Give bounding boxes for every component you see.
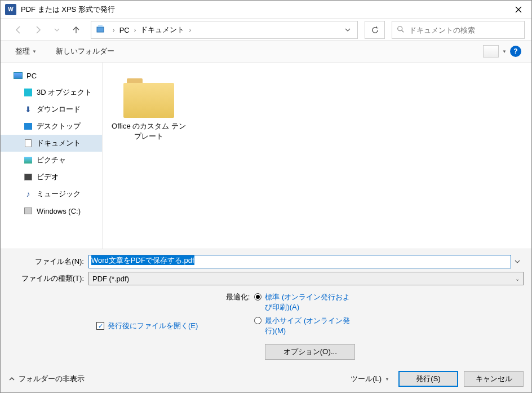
tree-label: ビデオ [37, 172, 59, 182]
tree-label: ピクチャ [37, 155, 66, 165]
search-input[interactable] [409, 26, 520, 34]
tree-label: 3D オブジェクト [37, 87, 92, 98]
breadcrumb-sep: › [109, 27, 118, 33]
filename-input[interactable]: Word文章をPDFで保存する.pdf [88, 255, 511, 268]
tools-menu[interactable]: ツール(L) ▼ [347, 372, 393, 386]
title-bar: W PDF または XPS 形式で発行 [1, 1, 531, 19]
radio-icon [254, 293, 261, 301]
refresh-button[interactable] [365, 21, 385, 39]
tools-label: ツール(L) [351, 374, 382, 384]
tree-item-desktop[interactable]: デスクトップ [1, 118, 102, 135]
optimize-minimum-radio[interactable]: 最小サイズ (オンライン発行)(M) [254, 316, 356, 336]
dialog-title: PDF または XPS 形式で発行 [21, 5, 506, 15]
folder-icon [123, 78, 174, 118]
dropdown-icon: ▼ [502, 49, 507, 54]
history-dropdown[interactable] [49, 22, 65, 38]
save-form: ファイル名(N): Word文章をPDFで保存する.pdf ファイルの種類(T)… [1, 249, 531, 365]
tree-item-music[interactable]: ♪ミュージック [1, 186, 102, 202]
close-icon [515, 6, 522, 13]
tree-item-pc[interactable]: PC [1, 67, 102, 84]
tree-item-cdrive[interactable]: Windows (C:) [1, 202, 102, 219]
refresh-icon [371, 26, 379, 34]
navigation-bar: › PC › ドキュメント › [1, 19, 531, 40]
options-button[interactable]: オプション(O)... [265, 344, 355, 360]
folder-tree[interactable]: PC 3D オブジェクト ⬇ダウンロード デスクトップ ドキュメント ピクチャ … [1, 63, 102, 249]
dropdown-icon: ▼ [385, 377, 389, 382]
breadcrumb-sep: › [131, 27, 140, 33]
tree-item-pictures[interactable]: ピクチャ [1, 152, 102, 169]
publish-button[interactable]: 発行(S) [398, 371, 458, 387]
hide-folders-toggle[interactable]: フォルダーの非表示 [8, 374, 85, 384]
toolbar: 整理 ▼ 新しいフォルダー ▼ ? [1, 40, 531, 63]
filetype-value: PDF (*.pdf) [92, 275, 129, 283]
breadcrumb[interactable]: › PC › ドキュメント › [91, 21, 358, 39]
arrow-left-icon [14, 25, 23, 34]
radio-icon [254, 317, 261, 324]
organize-menu[interactable]: 整理 ▼ [11, 44, 41, 59]
folder-label: Office のカスタム テンプレート [109, 121, 188, 142]
svg-rect-1 [98, 25, 103, 27]
hide-folders-label: フォルダーの非表示 [19, 374, 85, 384]
chevron-up-icon [8, 376, 15, 382]
tree-label: ミュージック [37, 189, 81, 199]
tree-item-videos[interactable]: ビデオ [1, 169, 102, 186]
checkbox-icon: ✓ [96, 322, 104, 330]
open-after-label: 発行後にファイルを開く(E) [108, 321, 198, 331]
optimize-label: 最適化: [220, 292, 250, 360]
main-area: PC 3D オブジェクト ⬇ダウンロード デスクトップ ドキュメント ピクチャ … [1, 63, 531, 249]
organize-label: 整理 [15, 46, 30, 56]
cancel-button[interactable]: キャンセル [464, 371, 524, 387]
dropdown-icon: ▼ [32, 49, 37, 54]
forward-button[interactable] [30, 22, 46, 38]
chevron-down-icon [515, 259, 520, 264]
new-folder-button[interactable]: 新しいフォルダー [51, 44, 119, 59]
tree-item-3d-objects[interactable]: 3D オブジェクト [1, 84, 102, 101]
view-mode-button[interactable] [483, 45, 499, 58]
open-after-publish-checkbox[interactable]: ✓ 発行後にファイルを開く(E) [96, 292, 198, 360]
filename-dropdown[interactable] [511, 258, 524, 266]
up-button[interactable] [68, 22, 84, 38]
optimize-minimum-label: 最小サイズ (オンライン発行)(M) [265, 316, 356, 336]
tree-label: ダウンロード [37, 104, 81, 114]
chevron-down-icon: ⌄ [515, 276, 520, 282]
search-box[interactable] [392, 21, 525, 39]
new-folder-label: 新しいフォルダー [56, 46, 114, 56]
optimize-standard-radio[interactable]: 標準 (オンライン発行および印刷)(A) [254, 292, 356, 312]
chevron-down-icon [54, 27, 60, 33]
close-button[interactable] [506, 1, 531, 19]
svg-rect-0 [97, 27, 104, 32]
breadcrumb-pc[interactable]: PC [118, 26, 131, 34]
tree-label: Windows (C:) [37, 207, 81, 215]
filetype-combo[interactable]: PDF (*.pdf) ⌄ [88, 272, 524, 285]
tree-label: PC [26, 72, 37, 80]
chevron-down-icon [345, 27, 351, 33]
search-icon [397, 25, 405, 35]
back-button[interactable] [11, 22, 26, 38]
svg-point-2 [398, 26, 402, 30]
help-button[interactable]: ? [510, 46, 521, 57]
tree-label: ドキュメント [37, 138, 81, 148]
tree-label: デスクトップ [37, 121, 81, 131]
breadcrumb-sep: › [185, 27, 194, 33]
arrow-right-icon [33, 25, 42, 34]
music-icon: ♪ [23, 189, 33, 199]
file-list[interactable]: Office のカスタム テンプレート [102, 63, 531, 249]
optimize-standard-label: 標準 (オンライン発行および印刷)(A) [265, 292, 356, 312]
breadcrumb-documents[interactable]: ドキュメント [139, 25, 185, 35]
location-icon [96, 24, 107, 36]
filetype-label: ファイルの種類(T): [8, 273, 88, 284]
download-icon: ⬇ [23, 104, 33, 114]
tree-item-documents[interactable]: ドキュメント [1, 135, 102, 152]
word-app-icon: W [5, 4, 16, 15]
filename-label: ファイル名(N): [8, 257, 88, 267]
breadcrumb-dropdown[interactable] [340, 26, 355, 34]
folder-office-templates[interactable]: Office のカスタム テンプレート [109, 78, 188, 142]
tree-item-downloads[interactable]: ⬇ダウンロード [1, 101, 102, 118]
dialog-footer: フォルダーの非表示 ツール(L) ▼ 発行(S) キャンセル [1, 365, 531, 392]
arrow-up-icon [72, 25, 81, 34]
